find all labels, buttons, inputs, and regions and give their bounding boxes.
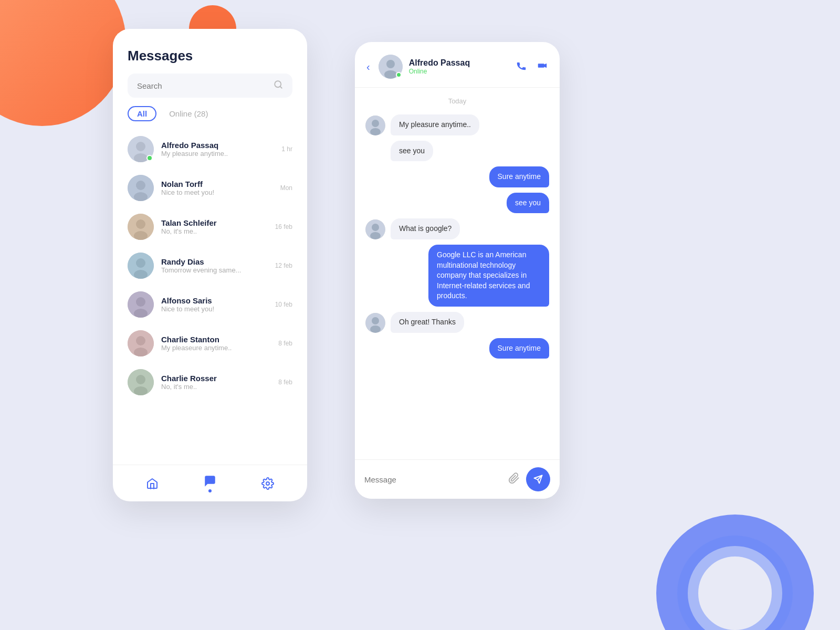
contact-info: Talan Schleifer No, it's me.. <box>161 218 268 235</box>
msg-bubble: see you <box>507 193 549 214</box>
contact-item[interactable]: Talan Schleifer No, it's me.. 16 feb <box>121 207 299 246</box>
msg-bubbles: Sure anytime <box>489 338 549 359</box>
online-dot <box>146 155 153 161</box>
message-row: Sure anytime <box>365 338 549 359</box>
contact-item[interactable]: Alfredo Passaq My pleasure anytime.. 1 h… <box>121 130 299 169</box>
avatar <box>128 291 154 318</box>
message-row: Oh great! Thanks <box>365 312 549 333</box>
contact-info: Charlie Stanton My pleaseure anytime.. <box>161 335 271 352</box>
contact-time: 1 hr <box>281 145 292 153</box>
svg-point-23 <box>266 482 269 485</box>
nav-chat[interactable] <box>204 475 216 492</box>
contact-name: Charlie Stanton <box>161 335 271 344</box>
contact-time: 8 feb <box>278 340 292 347</box>
nav-home[interactable] <box>146 477 159 490</box>
search-input[interactable] <box>137 81 268 90</box>
tab-online[interactable]: Online (28) <box>169 109 208 118</box>
contacts-list: Alfredo Passaq My pleasure anytime.. 1 h… <box>113 130 307 402</box>
contact-preview: Nice to meet you! <box>161 305 268 313</box>
msg-bubbles: Oh great! Thanks <box>391 312 464 333</box>
attach-icon[interactable] <box>508 472 520 486</box>
chat-panel: ‹ Alfredo Passaq Online <box>355 42 560 499</box>
nav-chat-dot <box>208 489 212 492</box>
avatar <box>128 253 154 279</box>
chat-user-name: Alfredo Passaq <box>409 58 509 68</box>
message-row: see you <box>365 141 549 162</box>
contact-item[interactable]: Alfonso Saris Nice to meet you! 10 feb <box>121 285 299 324</box>
svg-point-6 <box>136 181 145 190</box>
svg-line-1 <box>280 86 281 88</box>
chat-body: Today My pleasure anytime.. se <box>355 88 560 455</box>
chat-online-dot <box>396 72 402 78</box>
contact-name: Talan Schleifer <box>161 218 268 227</box>
video-icon[interactable] <box>537 60 548 74</box>
chat-header: ‹ Alfredo Passaq Online <box>355 42 560 88</box>
contact-info: Alfonso Saris Nice to meet you! <box>161 296 268 313</box>
contact-name: Alfredo Passaq <box>161 141 274 150</box>
svg-point-31 <box>372 224 379 231</box>
svg-point-29 <box>370 128 381 135</box>
contact-time: Mon <box>280 184 292 192</box>
contact-info: Nolan Torff Nice to meet you! <box>161 180 273 196</box>
contact-name: Alfonso Saris <box>161 296 268 305</box>
svg-point-15 <box>136 297 145 307</box>
nav-settings[interactable] <box>261 477 274 490</box>
contact-preview: My pleasure anytime.. <box>161 150 274 158</box>
svg-point-32 <box>370 232 381 239</box>
message-row: see you <box>365 193 549 214</box>
svg-point-25 <box>386 60 395 68</box>
msg-avatar <box>365 116 385 135</box>
phone-icon[interactable] <box>516 60 527 74</box>
messages-header: Messages <box>113 29 307 106</box>
bg-orange-large <box>0 0 126 126</box>
msg-bubbles: What is google? <box>391 218 460 239</box>
msg-bubbles: Google LLC is an American multinational … <box>428 245 549 307</box>
search-bar <box>128 74 292 98</box>
message-row: Sure anytime <box>365 166 549 187</box>
avatar-wrap <box>128 330 154 356</box>
chat-input-area <box>355 459 560 499</box>
svg-point-12 <box>136 258 145 268</box>
msg-bubbles: see you <box>507 193 549 214</box>
contact-item[interactable]: Charlie Rosser No, it's me.. 8 feb <box>121 363 299 402</box>
tab-all[interactable]: All <box>128 106 156 121</box>
contact-preview: No, it's me.. <box>161 227 268 235</box>
msg-avatar <box>365 219 385 239</box>
avatar <box>128 369 154 395</box>
chat-actions <box>516 60 548 74</box>
message-input[interactable] <box>364 475 502 484</box>
msg-bubbles: My pleasure anytime.. <box>391 114 479 135</box>
contact-preview: My pleaseure anytime.. <box>161 344 271 352</box>
msg-bubble: Sure anytime <box>489 338 549 359</box>
contact-time: 10 feb <box>275 301 292 308</box>
contact-item[interactable]: Nolan Torff Nice to meet you! Mon <box>121 169 299 207</box>
avatar-wrap <box>128 214 154 240</box>
avatar-wrap <box>128 136 154 162</box>
msg-bubble: Oh great! Thanks <box>391 312 464 333</box>
contact-info: Alfredo Passaq My pleasure anytime.. <box>161 141 274 158</box>
avatar-wrap <box>128 291 154 318</box>
msg-bubble: What is google? <box>391 218 460 239</box>
svg-point-9 <box>136 219 145 229</box>
svg-point-35 <box>370 326 381 333</box>
contact-item[interactable]: Charlie Stanton My pleaseure anytime.. 8… <box>121 324 299 363</box>
msg-avatar <box>365 313 385 333</box>
contact-name: Randy Dias <box>161 257 268 266</box>
msg-bubble: Sure anytime <box>489 166 549 187</box>
svg-point-21 <box>136 375 145 384</box>
avatar <box>128 175 154 201</box>
contact-time: 16 feb <box>275 223 292 230</box>
page-title: Messages <box>128 48 292 64</box>
contact-item[interactable]: Randy Dias Tomorrow evening same... 12 f… <box>121 246 299 285</box>
send-button[interactable] <box>526 467 550 491</box>
back-button[interactable]: ‹ <box>366 61 370 73</box>
avatar <box>128 330 154 356</box>
date-divider: Today <box>365 97 549 105</box>
contact-preview: Nice to meet you! <box>161 188 273 196</box>
chat-user-status: Online <box>409 68 509 75</box>
contact-time: 12 feb <box>275 262 292 269</box>
msg-bubble: My pleasure anytime.. <box>391 114 479 135</box>
contact-info: Charlie Rosser No, it's me.. <box>161 374 271 391</box>
search-icon <box>274 80 283 91</box>
msg-bubbles: Sure anytime <box>489 166 549 187</box>
